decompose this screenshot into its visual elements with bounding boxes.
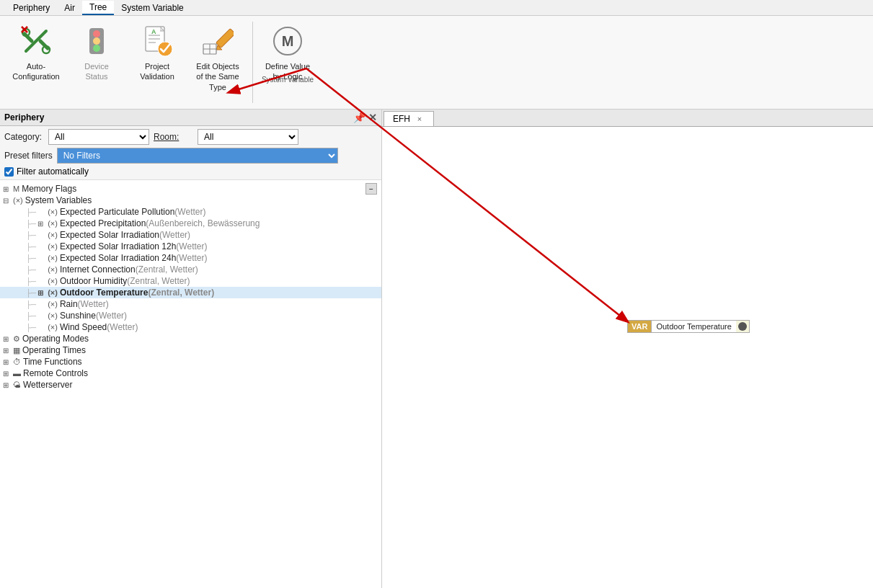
section-label: System Variable <box>260 76 316 84</box>
tree-icon: (×) <box>48 231 58 239</box>
tree-item-wind-speed[interactable]: ├─(×)Wind Speed (Wetter) <box>0 321 381 333</box>
room-select[interactable]: All <box>198 129 298 145</box>
tree-expander[interactable]: ⊞ <box>3 347 13 355</box>
tab-efh[interactable]: EFH × <box>384 111 434 126</box>
tree-subtext: (Außenbereich, Bewässerung <box>146 218 260 228</box>
panel-header-icons: 📌 ✕ <box>353 112 377 123</box>
var-label: VAR <box>628 321 652 332</box>
tree-subtext: (Wetter) <box>176 241 207 251</box>
tree-item-expected-precipitation[interactable]: ├─⊞(×)Expected Precipitation (Außenberei… <box>0 218 381 229</box>
menu-system-variable[interactable]: System Variable <box>114 1 190 14</box>
tree-icon: ▬ <box>13 369 21 378</box>
tree-item-internet-connection[interactable]: ├─(×)Internet Connection (Zentral, Wette… <box>0 264 381 275</box>
tree-item-operating-times[interactable]: ⊞▦Operating Times <box>0 344 381 356</box>
canvas-area: VAR Outdoor Temperature <box>382 127 873 588</box>
logic-m-circle-icon: M <box>273 27 302 55</box>
category-select[interactable]: All <box>48 129 149 145</box>
tree-item-expected-solar[interactable]: ├─(×)Expected Solar Irradiation (Wetter) <box>0 229 381 241</box>
tree-connector: ├─ <box>26 312 36 320</box>
tree-text: Time Functions <box>23 357 82 367</box>
tree-icon: (×) <box>48 323 58 331</box>
define-value-button[interactable]: M Define Valueby Logic System Variable <box>259 20 316 86</box>
var-name: Outdoor Temperature <box>652 321 735 332</box>
device-status-button[interactable]: DeviceStatus <box>68 20 125 86</box>
tree-subtext: (Wetter) <box>176 253 207 263</box>
tree-item-outdoor-temperature[interactable]: ├─⊞(×)Outdoor Temperature (Zentral, Wett… <box>0 287 381 298</box>
collapse-button[interactable]: − <box>365 183 377 195</box>
tree-expander[interactable]: ⊞ <box>3 185 13 193</box>
tree-expander[interactable]: ⊟ <box>3 197 13 205</box>
tree-item-memory-flags[interactable]: ⊞MMemory Flags <box>0 183 381 195</box>
tree-icon: (×) <box>48 242 58 251</box>
menu-tree[interactable]: Tree <box>82 1 114 15</box>
tree-item-time-functions[interactable]: ⊞⏱Time Functions <box>0 356 381 368</box>
periphery-title: Periphery <box>4 112 44 122</box>
tree-expander[interactable]: ⊞ <box>3 358 13 366</box>
tree-item-sunshine[interactable]: ├─(×)Sunshine (Wetter) <box>0 310 381 321</box>
edit-objects-button[interactable]: Edit Objects of the Same Type <box>189 20 247 96</box>
tree-icon: ⚙ <box>13 334 20 344</box>
tree-text: Rain <box>60 299 78 309</box>
filter-bar: Category: All Room: All Preset filters N… <box>0 126 381 180</box>
tl-red <box>93 30 100 37</box>
menu-air[interactable]: Air <box>57 1 82 14</box>
tree-item-expected-solar-12h[interactable]: ├─(×)Expected Solar Irradiation 12h (Wet… <box>0 241 381 252</box>
tree-subtext: (Wetter) <box>107 322 138 332</box>
tree-expander[interactable]: ⊞ <box>3 335 13 343</box>
tree-text: Wind Speed <box>60 322 107 332</box>
tree-connector: ├─ <box>26 254 36 262</box>
tree-item-expected-particulate[interactable]: ├─(×)Expected Particulate Pollution (Wet… <box>0 206 381 218</box>
tree-text: System Variables <box>25 195 92 205</box>
filter-auto-checkbox[interactable] <box>4 167 14 177</box>
tree-text: Remote Controls <box>23 368 88 378</box>
auto-config-button[interactable]: Auto-Configuration <box>7 20 65 86</box>
tree-expander[interactable]: ⊞ <box>37 289 48 297</box>
tree-expander[interactable]: ⊞ <box>37 220 48 228</box>
svg-rect-13 <box>216 29 234 48</box>
preset-select[interactable]: No Filters <box>57 148 338 164</box>
category-label: Category: <box>4 132 44 142</box>
auto-config-icon <box>20 25 52 57</box>
tree-subtext: (Wetter) <box>174 207 205 217</box>
tree-subtext: (Wetter) <box>159 230 190 240</box>
tree-connector: ├─ <box>26 243 36 251</box>
tree-item-outdoor-humidity[interactable]: ├─(×)Outdoor Humidity (Zentral, Wetter) <box>0 275 381 287</box>
panel-header: Periphery 📌 ✕ <box>0 110 381 126</box>
pin-icon[interactable]: 📌 <box>353 112 365 123</box>
tab-efh-label: EFH <box>393 114 410 124</box>
tree-text: Memory Flags <box>22 184 76 194</box>
svg-text:A: A <box>151 28 156 35</box>
tree-connector: ├─ <box>26 208 36 216</box>
tree-subtext: (Wetter) <box>78 299 109 309</box>
tree-item-expected-solar-24h[interactable]: ├─(×)Expected Solar Irradiation 24h (Wet… <box>0 252 381 264</box>
tree-subtext: (Zentral, Wetter) <box>148 288 214 298</box>
define-value-icon-area: M <box>270 24 305 58</box>
project-validation-button[interactable]: A ProjectValidation <box>128 20 186 86</box>
menu-periphery[interactable]: Periphery <box>6 1 57 14</box>
tree-connector: ├─ <box>26 220 36 228</box>
tree-item-system-variables[interactable]: ⊟(×)System Variables <box>0 195 381 206</box>
tree-icon: M <box>13 184 19 193</box>
panel-close-icon[interactable]: ✕ <box>368 112 377 123</box>
tree-item-wetterserver[interactable]: ⊞🌤Wetterserver <box>0 379 381 391</box>
tree-icon: (×) <box>48 288 58 297</box>
tab-bar: EFH × <box>382 110 873 127</box>
project-validation-icon-area: A <box>140 24 174 58</box>
tree-item-operating-modes[interactable]: ⊞⚙Operating Modes <box>0 333 381 344</box>
filter-row-preset: Preset filters No Filters <box>4 148 377 164</box>
filter-row-category-room: Category: All Room: All <box>4 129 377 145</box>
tab-efh-close[interactable]: × <box>415 114 425 124</box>
tree-expander[interactable]: ⊞ <box>3 370 13 378</box>
room-label: Room: <box>154 132 193 142</box>
preset-label: Preset filters <box>4 151 53 161</box>
tree-text: Expected Solar Irradiation <box>60 230 159 240</box>
auto-config-label: Auto-Configuration <box>12 61 59 82</box>
project-validation-label: ProjectValidation <box>140 61 174 82</box>
auto-config-icon-area <box>19 24 53 58</box>
tree-item-remote-controls[interactable]: ⊞▬Remote Controls <box>0 368 381 379</box>
tree-connector: ├─ <box>26 231 36 239</box>
tree-expander[interactable]: ⊞ <box>3 381 13 389</box>
tree-text: Outdoor Humidity <box>60 276 127 286</box>
tree-item-rain[interactable]: ├─(×)Rain (Wetter) <box>0 298 381 310</box>
tree-icon: (×) <box>48 300 58 308</box>
